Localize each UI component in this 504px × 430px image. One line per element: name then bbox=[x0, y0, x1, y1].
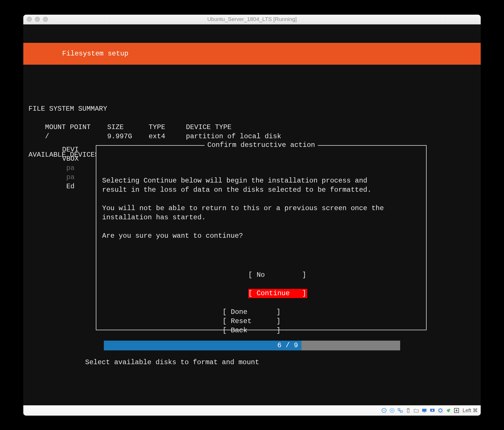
back-button[interactable]: [ Back ] bbox=[223, 326, 282, 335]
svg-point-2 bbox=[390, 408, 394, 413]
shared-folder-icon[interactable] bbox=[413, 407, 419, 414]
dialog-p2: result in the loss of data on the disks … bbox=[102, 186, 371, 194]
svg-rect-8 bbox=[422, 409, 426, 412]
done-button[interactable]: [ Done ] bbox=[223, 308, 282, 317]
summary-heading: FILE SYSTEM SUMMARY bbox=[28, 105, 107, 113]
usb-icon[interactable] bbox=[405, 407, 411, 414]
svg-rect-5 bbox=[400, 411, 402, 412]
svg-rect-4 bbox=[398, 408, 400, 410]
dialog-body: Selecting Continue below will begin the … bbox=[102, 167, 420, 241]
dev-l4: pa bbox=[66, 173, 75, 181]
progress-bar: 6 / 9 bbox=[23, 341, 481, 350]
dev-l5: Ed bbox=[66, 183, 75, 190]
reset-button[interactable]: [ Reset ] bbox=[223, 317, 282, 326]
svg-point-3 bbox=[391, 410, 393, 411]
row-devtype: partition of local disk bbox=[186, 133, 281, 140]
keyboard-capture-icon[interactable] bbox=[453, 407, 460, 414]
page-header: Filesystem setup bbox=[23, 43, 481, 65]
progress-rest bbox=[301, 341, 400, 350]
host-key-label: Left ⌘ bbox=[463, 407, 478, 414]
row-type: ext4 bbox=[149, 133, 165, 140]
row-size: 9.997G bbox=[107, 133, 132, 140]
col-type: TYPE bbox=[149, 123, 165, 131]
col-devtype: DEVICE TYPE bbox=[186, 123, 231, 131]
dialog-p5: Are you sure you want to continue? bbox=[102, 232, 243, 240]
mouse-integration-icon[interactable] bbox=[445, 407, 452, 414]
col-size: SIZE bbox=[107, 123, 124, 131]
vm-status-bar: Left ⌘ bbox=[23, 405, 481, 416]
dialog-p1: Selecting Continue below will begin the … bbox=[102, 177, 367, 185]
recording-icon[interactable] bbox=[429, 407, 436, 414]
dialog-p4: installation has started. bbox=[102, 214, 206, 221]
confirm-dialog: Confirm destructive action Selecting Con… bbox=[96, 145, 427, 330]
page-title: Filesystem setup bbox=[62, 50, 128, 57]
dialog-p3: You will not be able to return to this o… bbox=[102, 204, 384, 212]
svg-point-11 bbox=[432, 410, 433, 411]
titlebar: Ubuntu_Server_1804_LTS [Running] bbox=[23, 15, 481, 24]
col-mount: MOUNT POINT bbox=[45, 123, 91, 131]
svg-point-1 bbox=[383, 410, 384, 411]
svg-rect-9 bbox=[423, 412, 425, 412]
progress-fill: 6 / 9 bbox=[104, 341, 301, 350]
cpu-icon[interactable] bbox=[437, 407, 444, 414]
svg-rect-7 bbox=[408, 409, 408, 410]
network-icon[interactable] bbox=[397, 407, 403, 414]
continue-button[interactable]: [ Continue ] bbox=[248, 289, 307, 298]
device-column: DEVI VBOX pa pa Ed bbox=[62, 145, 79, 191]
dev-l2: VBOX bbox=[62, 155, 79, 163]
bottom-actions: [ Done ] [ Reset ] [ Back ] bbox=[23, 308, 481, 335]
vm-window: Ubuntu_Server_1804_LTS [Running] Filesys… bbox=[23, 15, 481, 416]
dev-l1: DEVI bbox=[62, 146, 79, 153]
guest-display: Filesystem setup FILE SYSTEM SUMMARY MOU… bbox=[23, 24, 481, 405]
no-button[interactable]: [ No ] bbox=[248, 270, 307, 280]
progress-label: 6 / 9 bbox=[277, 341, 298, 349]
harddisk-icon[interactable] bbox=[381, 407, 387, 414]
row-mount: / bbox=[45, 133, 49, 140]
display-icon[interactable] bbox=[421, 407, 427, 414]
dialog-title: Confirm destructive action bbox=[96, 141, 426, 150]
window-title: Ubuntu_Server_1804_LTS [Running] bbox=[23, 16, 481, 22]
footer-hint: Select available disks to format and mou… bbox=[23, 358, 481, 367]
optical-icon[interactable] bbox=[389, 407, 395, 414]
dev-l3: pa bbox=[66, 164, 75, 172]
